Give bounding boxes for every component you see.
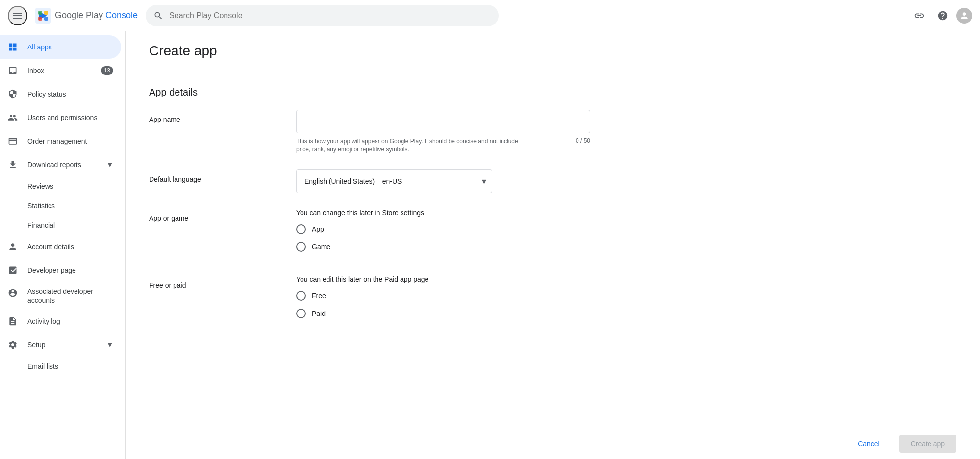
sidebar-label-developer: Developer page — [27, 266, 76, 274]
inbox-badge: 13 — [101, 66, 113, 75]
sidebar-item-all-apps[interactable]: All apps — [0, 35, 121, 59]
form-field-free-or-paid: You can edit this later on the Paid app … — [296, 275, 590, 326]
sidebar-label-activity: Activity log — [27, 317, 60, 325]
app-name-helper-text: This is how your app will appear on Goog… — [296, 137, 531, 154]
download-icon — [8, 160, 20, 169]
sidebar-item-setup[interactable]: Setup ▼ — [0, 333, 121, 357]
gear-icon — [8, 340, 20, 350]
console-text: Console — [105, 10, 138, 20]
sidebar-label-order: Order management — [27, 137, 87, 145]
sidebar-label-all-apps: All apps — [27, 43, 52, 51]
logo-link[interactable]: Google Play Console — [35, 8, 138, 24]
inbox-icon — [8, 66, 20, 75]
svg-rect-2 — [44, 11, 48, 15]
form-field-app-or-game: You can change this later in Store setti… — [296, 209, 590, 260]
page-title: Create app — [149, 43, 690, 59]
app-or-game-helper-text: You can change this later in Store setti… — [296, 209, 590, 217]
sidebar-label-users: Users and permissions — [27, 114, 97, 121]
radio-label-app: App — [312, 225, 324, 233]
radio-option-paid[interactable]: Paid — [296, 309, 590, 318]
radio-option-game[interactable]: Game — [296, 242, 590, 252]
expand-icon-download: ▼ — [106, 161, 113, 169]
divider — [149, 71, 690, 71]
radio-label-free: Free — [312, 292, 326, 300]
layout: All apps Inbox 13 Policy status — [0, 31, 980, 459]
radio-app[interactable] — [296, 224, 306, 234]
radio-label-paid: Paid — [312, 310, 326, 317]
doc-icon — [8, 316, 20, 326]
sidebar-label-setup: Setup — [27, 341, 46, 349]
sidebar-label-download: Download reports — [27, 161, 81, 169]
sidebar-label-reviews: Reviews — [27, 182, 53, 190]
sidebar-item-developer-page[interactable]: Developer page — [0, 259, 121, 282]
radio-option-app[interactable]: App — [296, 224, 590, 234]
radio-paid[interactable] — [296, 309, 306, 318]
person-icon — [8, 242, 20, 252]
footer: Cancel Create app — [126, 428, 980, 459]
sidebar-label-financial: Financial — [27, 221, 55, 229]
main-content: Create app App details App name This is … — [126, 31, 980, 428]
sidebar-item-policy-status[interactable]: Policy status — [0, 82, 121, 106]
radio-label-game: Game — [312, 243, 330, 251]
sidebar-item-users-permissions[interactable]: Users and permissions — [0, 106, 121, 129]
radio-option-free[interactable]: Free — [296, 291, 590, 301]
form-row-free-or-paid: Free or paid You can edit this later on … — [149, 275, 690, 326]
search-input[interactable] — [169, 11, 491, 20]
developer-icon — [8, 266, 20, 275]
form-row-app-name: App name This is how your app will appea… — [149, 110, 690, 154]
svg-rect-4 — [44, 17, 48, 21]
form-row-app-or-game: App or game You can change this later in… — [149, 209, 690, 260]
sidebar-label-policy: Policy status — [27, 90, 66, 98]
sidebar: All apps Inbox 13 Policy status — [0, 31, 126, 459]
credit-card-icon — [8, 136, 20, 146]
form-field-app-name: This is how your app will appear on Goog… — [296, 110, 590, 154]
help-button[interactable] — [933, 6, 953, 25]
cancel-button[interactable]: Cancel — [846, 435, 891, 453]
link-button[interactable] — [909, 6, 929, 25]
radio-free[interactable] — [296, 291, 306, 301]
search-bar — [146, 5, 499, 26]
shield-icon — [8, 89, 20, 99]
sidebar-item-order-management[interactable]: Order management — [0, 129, 121, 153]
sidebar-item-activity-log[interactable]: Activity log — [0, 310, 121, 333]
free-or-paid-helper-text: You can edit this later on the Paid app … — [296, 275, 590, 283]
svg-rect-1 — [38, 11, 42, 15]
circle-person-icon — [8, 288, 20, 298]
language-select[interactable]: English (United States) – en-US French (… — [296, 169, 492, 193]
create-app-button[interactable]: Create app — [899, 435, 956, 453]
sidebar-label-account: Account details — [27, 243, 74, 251]
sidebar-label-associated: Associated developer accounts — [27, 287, 113, 305]
sidebar-label-inbox: Inbox — [27, 67, 44, 74]
people-icon — [8, 113, 20, 122]
svg-rect-3 — [38, 17, 42, 21]
section-title: App details — [149, 87, 690, 98]
form-label-app-name: App name — [149, 110, 276, 123]
sidebar-item-account-details[interactable]: Account details — [0, 235, 121, 259]
app-name-input[interactable] — [296, 110, 590, 133]
sidebar-item-financial[interactable]: Financial — [0, 216, 125, 235]
search-icon — [153, 11, 163, 21]
sidebar-item-email-lists[interactable]: Email lists — [0, 357, 125, 376]
sidebar-item-statistics[interactable]: Statistics — [0, 196, 125, 216]
avatar[interactable] — [956, 8, 972, 24]
grid-icon — [8, 42, 20, 52]
form-field-language: English (United States) – en-US French (… — [296, 169, 590, 193]
radio-game[interactable] — [296, 242, 306, 252]
logo-text: Google Play Console — [55, 10, 138, 21]
logo-icon — [35, 8, 51, 24]
app-name-helper: This is how your app will appear on Goog… — [296, 137, 590, 154]
form-row-language: Default language English (United States)… — [149, 169, 690, 193]
app-name-char-count: 0 / 50 — [576, 137, 590, 154]
form-label-free-or-paid: Free or paid — [149, 275, 276, 289]
sidebar-item-associated-developer[interactable]: Associated developer accounts — [0, 282, 121, 310]
sidebar-item-inbox[interactable]: Inbox 13 — [0, 59, 121, 82]
form-label-language: Default language — [149, 169, 276, 183]
sidebar-label-email-lists: Email lists — [27, 362, 58, 370]
expand-icon-setup: ▼ — [106, 341, 113, 349]
topbar-actions — [909, 6, 972, 25]
menu-button[interactable] — [8, 6, 27, 25]
sidebar-label-statistics: Statistics — [27, 202, 55, 210]
language-select-wrapper: English (United States) – en-US French (… — [296, 169, 492, 193]
sidebar-item-reviews[interactable]: Reviews — [0, 176, 125, 196]
sidebar-item-download-reports[interactable]: Download reports ▼ — [0, 153, 121, 176]
